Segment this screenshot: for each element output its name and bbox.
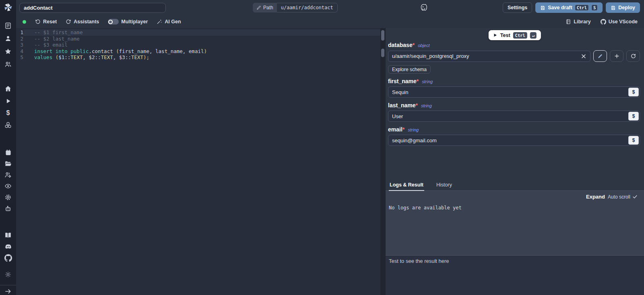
logs-empty-text: No logs are available yet <box>389 205 638 211</box>
clear-icon[interactable] <box>580 53 587 59</box>
field-label: first_name* <box>388 78 419 84</box>
save-icon <box>540 5 545 10</box>
github-icon[interactable] <box>2 252 14 263</box>
test-row: Test Ctrl ↵ <box>386 28 644 42</box>
explore-schema-button[interactable]: Explore schema <box>388 65 431 74</box>
code-area: 1-- $1 first_name2-- $2 last_name3-- $3 … <box>16 29 380 61</box>
expand-button[interactable]: Expand <box>586 194 605 200</box>
database-input[interactable] <box>388 51 590 62</box>
user-icon[interactable] <box>2 33 14 44</box>
dollar-icon[interactable]: $ <box>2 107 14 119</box>
sidebar: $ <box>0 0 16 295</box>
field-type: string <box>422 79 433 84</box>
boxes-icon[interactable] <box>2 119 14 131</box>
field-last-name: last_name* string $ <box>388 102 640 122</box>
calendar-icon[interactable] <box>2 147 14 158</box>
content-split: 1-- $1 first_name2-- $2 last_name3-- $3 … <box>16 28 644 295</box>
splitter-handle[interactable] <box>381 49 384 57</box>
preview-panel: Test Ctrl ↵ database* object <box>386 28 644 295</box>
arrow-right-icon[interactable] <box>2 288 14 295</box>
code-line[interactable]: 5values ($1::TEXT, $2::TEXT, $3::TEXT); <box>16 54 380 61</box>
assistants-button[interactable]: Assistants <box>66 19 99 25</box>
field-label: email* <box>388 126 405 133</box>
check-icon <box>632 194 638 199</box>
book-icon[interactable] <box>2 229 14 241</box>
save-icon <box>611 5 616 10</box>
kbd-ctrl: Ctrl <box>513 32 527 39</box>
last-name-input[interactable] <box>388 111 640 122</box>
code-line[interactable]: 1-- $1 first_name <box>16 29 380 36</box>
library-button[interactable]: Library <box>566 19 590 25</box>
code-line[interactable]: 2-- $2 last_name <box>16 36 380 42</box>
home-icon[interactable] <box>2 83 14 94</box>
main-column: Path u/aamir/addcontact Settings <box>16 0 644 295</box>
line-number: 2 <box>16 36 23 42</box>
code-text[interactable]: -- $3 email <box>23 42 380 48</box>
script-name-input[interactable] <box>19 3 166 13</box>
panel-splitter[interactable] <box>380 28 386 295</box>
add-resource-button[interactable] <box>610 50 623 62</box>
result-tabs: Logs & Result History <box>386 180 644 191</box>
code-line[interactable]: 3-- $3 email <box>16 42 380 48</box>
variable-picker-button[interactable]: $ <box>628 112 639 121</box>
args-form: database* object <box>386 42 644 146</box>
pencil-icon <box>256 5 261 10</box>
code-text[interactable]: -- $1 first_name <box>23 29 380 36</box>
tab-logs-result[interactable]: Logs & Result <box>389 180 424 191</box>
folder-open-icon[interactable] <box>2 158 14 169</box>
field-email: email* string $ <box>388 126 640 146</box>
users-icon[interactable] <box>2 59 14 70</box>
variable-picker-button[interactable]: $ <box>628 88 639 96</box>
app-root: $ <box>0 0 644 295</box>
code-text[interactable]: -- $2 last_name <box>23 36 380 42</box>
tab-history[interactable]: History <box>436 180 453 191</box>
kbd-ctrl: Ctrl <box>575 4 589 11</box>
scrollbar-thumb[interactable] <box>381 30 384 41</box>
sidebar-group-admin <box>2 147 14 214</box>
star-icon[interactable] <box>2 46 14 57</box>
discord-icon[interactable] <box>2 241 14 252</box>
topbar-actions: Settings Save draft Ctrl S Deploy <box>503 2 644 13</box>
play-icon[interactable] <box>2 95 14 107</box>
library-icon <box>566 19 571 25</box>
kbd-s: S <box>591 4 598 11</box>
code-line[interactable]: 4insert into public.contact (first_name,… <box>16 48 380 55</box>
reset-button[interactable]: Reset <box>35 19 57 25</box>
eye-icon[interactable] <box>2 180 14 192</box>
path-badge[interactable]: Path u/aamir/addcontact <box>253 3 338 12</box>
robot-icon[interactable] <box>2 203 14 214</box>
logs-panel: Expand Auto scroll No logs are available… <box>386 191 644 255</box>
edit-resource-button[interactable] <box>593 50 607 62</box>
code-editor[interactable]: 1-- $1 first_name2-- $2 last_name3-- $3 … <box>16 28 380 295</box>
code-text[interactable]: insert into public.contact (first_name, … <box>23 48 380 55</box>
email-input[interactable] <box>388 135 640 146</box>
postgresql-icon <box>419 3 428 12</box>
status-dot <box>23 20 26 24</box>
save-draft-button[interactable]: Save draft Ctrl S <box>535 2 603 13</box>
field-type: string <box>421 103 432 108</box>
toggle-off[interactable] <box>108 19 119 25</box>
field-label: last_name* <box>388 102 418 109</box>
settings-button[interactable]: Settings <box>503 2 532 13</box>
field-database: database* object <box>388 42 640 74</box>
autoscroll-toggle[interactable]: Auto scroll <box>608 194 638 200</box>
sun-icon[interactable] <box>2 269 14 280</box>
first-name-input[interactable] <box>388 86 640 98</box>
list-icon[interactable] <box>2 20 14 31</box>
refresh-icon <box>66 19 71 25</box>
sidebar-group-nav: $ <box>2 83 14 131</box>
variable-picker-button[interactable]: $ <box>628 136 639 145</box>
test-button[interactable]: Test Ctrl ↵ <box>489 30 541 40</box>
deploy-button[interactable]: Deploy <box>606 2 640 13</box>
users-gear-icon[interactable] <box>2 169 14 180</box>
multiplayer-toggle[interactable]: Multiplayer <box>108 19 148 25</box>
toolbar-right: Library Use VScode <box>566 19 638 25</box>
refresh-resource-button[interactable] <box>626 50 640 62</box>
gear-icon[interactable] <box>2 192 14 203</box>
use-vscode-button[interactable]: Use VScode <box>601 19 638 25</box>
code-text[interactable]: values ($1::TEXT, $2::TEXT, $3::TEXT); <box>23 54 380 61</box>
undo-icon <box>35 19 41 25</box>
windmill-logo-icon[interactable] <box>3 3 13 12</box>
github-icon <box>601 19 606 25</box>
ai-gen-button[interactable]: AI Gen <box>157 19 181 25</box>
